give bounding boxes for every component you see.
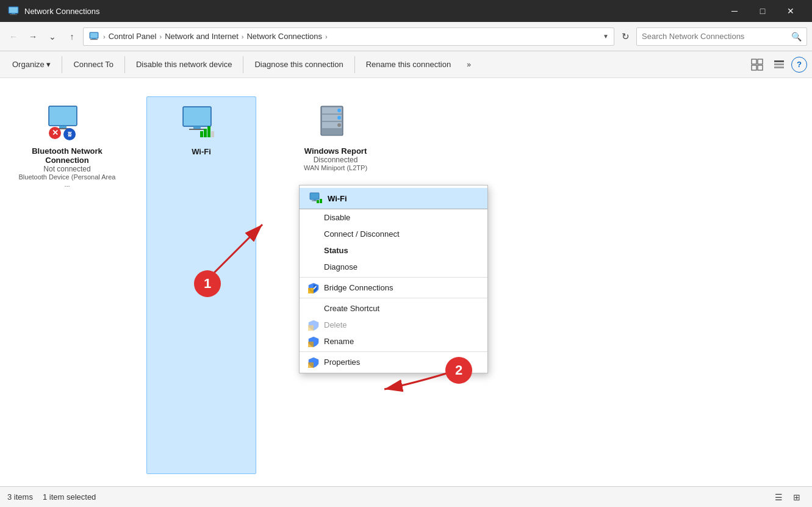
ctx-divider-3 — [300, 351, 487, 352]
minimize-button[interactable]: ─ — [720, 0, 749, 22]
report-name: Windows Report — [304, 146, 367, 156]
diagnose-button[interactable]: Diagnose this connection — [247, 54, 350, 76]
breadcrumb-sep-3: › — [325, 33, 328, 40]
content-area: ✕ ʬ Bluetooth Network Connection Not con… — [0, 78, 812, 486]
context-menu: Wi-Fi Disable Connect / Disconnect Statu… — [299, 185, 488, 373]
dropdown-button[interactable]: ⌄ — [44, 28, 61, 45]
svg-rect-10 — [752, 65, 756, 70]
toolbar-right: ? — [747, 55, 807, 74]
svg-rect-13 — [774, 63, 784, 65]
ctx-item-disable-label: Disable — [324, 213, 350, 222]
breadcrumb-network-internet[interactable]: Network and Internet — [163, 32, 240, 41]
svg-point-35 — [337, 109, 341, 112]
app-icon — [7, 5, 20, 17]
ctx-item-diagnose-label: Diagnose — [324, 262, 357, 271]
ctx-item-connect[interactable]: Connect / Disconnect — [300, 226, 487, 242]
close-button[interactable]: ✕ — [777, 0, 805, 22]
svg-point-36 — [337, 116, 341, 120]
bluetooth-type: Bluetooth Device (Personal Area ... — [17, 173, 117, 188]
view-options-button[interactable] — [747, 55, 767, 74]
status-list-view[interactable]: ☰ — [771, 489, 786, 505]
svg-rect-30 — [211, 131, 214, 137]
toolbar-separator-4 — [354, 56, 355, 73]
refresh-button[interactable]: ↻ — [617, 28, 634, 45]
ctx-item-properties[interactable]: Properties — [300, 354, 487, 370]
window-controls: ─ □ ✕ — [720, 0, 805, 22]
svg-rect-29 — [207, 126, 210, 137]
network-item-wifi[interactable]: Wi-Fi — [146, 96, 256, 474]
breadcrumb-dropdown-icon[interactable]: ▼ — [603, 33, 609, 40]
organize-button[interactable]: Organize ▾ — [5, 54, 58, 76]
disable-button[interactable]: Disable this network device — [129, 54, 240, 76]
toolbar-separator-2 — [124, 56, 125, 73]
search-input[interactable] — [642, 32, 791, 41]
svg-rect-44 — [308, 325, 314, 331]
more-button[interactable]: » — [459, 54, 478, 76]
rename-button[interactable]: Rename this connection — [359, 54, 458, 76]
bridge-shield-icon — [308, 282, 319, 293]
wifi-network-icon — [181, 102, 222, 143]
breadcrumb-control-panel[interactable]: Control Panel — [107, 32, 159, 41]
search-box: 🔍 — [636, 27, 807, 46]
breadcrumb-sep-2: › — [242, 33, 244, 40]
breadcrumb: › Control Panel › Network and Internet ›… — [83, 27, 614, 46]
bluetooth-icon-wrap: ✕ ʬ — [46, 101, 88, 143]
status-grid-view[interactable]: ⊞ — [789, 489, 805, 505]
svg-rect-8 — [752, 59, 756, 64]
search-icon: 🔍 — [791, 32, 802, 41]
svg-text:✕: ✕ — [52, 128, 59, 137]
breadcrumb-sep-1: › — [159, 33, 162, 40]
rename-shield-icon — [308, 336, 319, 347]
ctx-item-properties-label: Properties — [324, 358, 360, 367]
svg-rect-24 — [184, 107, 210, 126]
svg-rect-46 — [308, 362, 314, 368]
back-button[interactable]: ← — [5, 28, 22, 45]
ctx-item-delete: Delete — [300, 317, 487, 333]
ctx-item-disable[interactable]: Disable — [300, 209, 487, 226]
svg-rect-6 — [90, 39, 98, 40]
context-menu-wifi-icon — [309, 192, 323, 205]
breadcrumb-sep-0: › — [103, 33, 106, 40]
svg-rect-2 — [10, 14, 17, 15]
ctx-item-rename-label: Rename — [324, 337, 354, 346]
maximize-button[interactable]: □ — [749, 0, 777, 22]
ctx-item-diagnose[interactable]: Diagnose — [300, 259, 487, 275]
report-icon-wrap — [315, 101, 356, 143]
report-status: Disconnected — [314, 156, 358, 164]
wifi-icon-wrap — [181, 102, 222, 143]
svg-rect-7 — [90, 33, 98, 38]
ctx-item-status[interactable]: Status — [300, 242, 487, 259]
window-title: Network Connections — [24, 7, 720, 16]
ctx-divider-2 — [300, 298, 487, 298]
svg-rect-38 — [310, 193, 319, 200]
address-bar: ← → ⌄ ↑ › Control Panel › Network and In… — [0, 22, 812, 51]
svg-rect-11 — [758, 65, 763, 70]
svg-point-37 — [337, 123, 341, 127]
properties-shield-icon — [308, 357, 319, 368]
connect-to-button[interactable]: Connect To — [66, 54, 121, 76]
breadcrumb-network-connections[interactable]: Network Connections — [245, 32, 324, 41]
help-button[interactable]: ? — [791, 57, 807, 73]
svg-rect-41 — [317, 200, 319, 203]
toolbar-separator-3 — [243, 56, 243, 73]
status-bar: 3 items 1 item selected ☰ ⊞ — [0, 486, 812, 507]
svg-rect-14 — [774, 67, 784, 68]
ctx-item-bridge[interactable]: Bridge Connections — [300, 279, 487, 296]
ctx-item-connect-label: Connect / Disconnect — [324, 229, 400, 239]
ctx-item-shortcut[interactable]: Create Shortcut — [300, 300, 487, 317]
svg-rect-42 — [320, 199, 322, 203]
toolbar-separator-1 — [62, 56, 62, 73]
ctx-item-rename[interactable]: Rename — [300, 333, 487, 350]
bluetooth-network-icon: ✕ ʬ — [46, 101, 88, 143]
network-item-bluetooth[interactable]: ✕ ʬ Bluetooth Network Connection Not con… — [12, 96, 122, 474]
item-count: 3 items — [7, 492, 33, 502]
up-button[interactable]: ↑ — [63, 28, 81, 45]
windows-report-icon — [315, 101, 356, 143]
ctx-item-shortcut-label: Create Shortcut — [324, 304, 379, 313]
title-bar: Network Connections ─ □ ✕ — [0, 0, 812, 22]
ctx-item-status-label: Status — [324, 246, 348, 255]
forward-button[interactable]: → — [24, 28, 41, 45]
details-view-button[interactable] — [769, 55, 789, 74]
svg-rect-9 — [758, 59, 763, 64]
ctx-divider-1 — [300, 277, 487, 278]
